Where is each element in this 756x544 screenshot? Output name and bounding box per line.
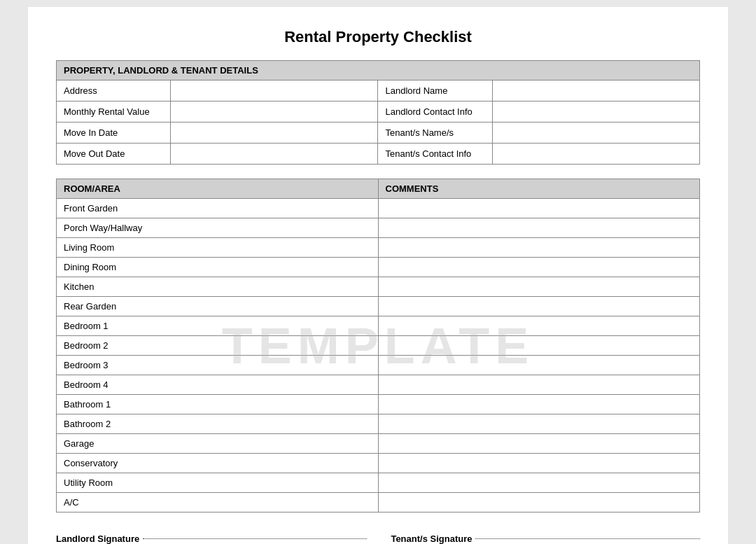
details-row: Monthly Rental ValueLandlord Contact Inf… [57, 102, 700, 123]
room-name: Front Garden [57, 199, 379, 218]
detail-left-value[interactable] [171, 144, 378, 165]
room-name: Bedroom 1 [57, 316, 379, 336]
detail-right-value[interactable] [492, 123, 699, 144]
room-row: Bathroom 2 [57, 414, 700, 434]
landlord-signature: Landlord Signature [56, 533, 365, 544]
page-title: Rental Property Checklist [56, 28, 700, 46]
room-row: Conservatory [57, 454, 700, 473]
detail-left-value[interactable] [171, 123, 378, 144]
room-comment[interactable] [378, 454, 700, 473]
room-comment[interactable] [378, 395, 700, 414]
details-header: PROPERTY, LANDLORD & TENANT DETAILS [57, 61, 700, 81]
room-row: Front Garden [57, 199, 700, 218]
room-name: Dining Room [57, 258, 379, 277]
room-name: Kitchen [57, 277, 379, 297]
detail-left-value[interactable] [171, 102, 378, 123]
room-comment[interactable] [378, 297, 700, 316]
room-header: ROOM/AREA [57, 179, 379, 199]
room-name: Porch Way/Hallway [57, 218, 379, 238]
room-table: ROOM/AREA COMMENTS Front GardenPorch Way… [56, 179, 700, 512]
room-row: Bathroom 1 [57, 395, 700, 414]
detail-right-value[interactable] [492, 102, 699, 123]
room-row: Living Room [57, 238, 700, 258]
room-name: Bathroom 1 [57, 395, 379, 414]
room-row: A/C [57, 493, 700, 512]
detail-left-label: Address [57, 81, 171, 102]
room-row: Utility Room [57, 473, 700, 493]
room-row: Garage [57, 434, 700, 454]
room-name: Garage [57, 434, 379, 454]
details-row: AddressLandlord Name [57, 81, 700, 102]
room-table-wrapper: TEMPLATE ROOM/AREA COMMENTS Front Garden… [56, 179, 700, 512]
room-name: Bathroom 2 [57, 414, 379, 434]
details-table: PROPERTY, LANDLORD & TENANT DETAILS Addr… [56, 60, 700, 165]
room-comment[interactable] [378, 375, 700, 395]
tenant-signature-line [475, 538, 700, 539]
room-comment[interactable] [378, 414, 700, 434]
room-name: Bedroom 2 [57, 336, 379, 356]
room-comment[interactable] [378, 434, 700, 454]
room-comment[interactable] [378, 316, 700, 336]
detail-left-value[interactable] [171, 81, 378, 102]
room-row: Kitchen [57, 277, 700, 297]
details-row: Move In DateTenant/s Name/s [57, 123, 700, 144]
details-row: Move Out DateTenant/s Contact Info [57, 144, 700, 165]
detail-right-label: Tenant/s Contact Info [378, 144, 492, 165]
room-comment[interactable] [378, 493, 700, 512]
page: Rental Property Checklist PROPERTY, LAND… [28, 7, 728, 544]
room-row: Bedroom 3 [57, 356, 700, 375]
room-row: Bedroom 1 [57, 316, 700, 336]
room-name: A/C [57, 493, 379, 512]
room-comment[interactable] [378, 473, 700, 493]
room-comment[interactable] [378, 336, 700, 356]
tenant-signature-label: Tenant/s Signature [391, 533, 472, 544]
room-comment[interactable] [378, 277, 700, 297]
room-name: Conservatory [57, 454, 379, 473]
signature-section: Landlord Signature Tenant/s Signature [56, 533, 700, 544]
room-row: Dining Room [57, 258, 700, 277]
room-name: Living Room [57, 238, 379, 258]
landlord-signature-line [143, 538, 367, 539]
detail-left-label: Move Out Date [57, 144, 171, 165]
detail-right-label: Landlord Contact Info [378, 102, 492, 123]
detail-left-label: Move In Date [57, 123, 171, 144]
detail-right-value[interactable] [492, 81, 699, 102]
room-name: Utility Room [57, 473, 379, 493]
room-comment[interactable] [378, 199, 700, 218]
room-comment[interactable] [378, 218, 700, 238]
comments-header: COMMENTS [378, 179, 700, 199]
landlord-signature-label: Landlord Signature [56, 533, 139, 544]
room-row: Rear Garden [57, 297, 700, 316]
detail-right-label: Landlord Name [378, 81, 492, 102]
detail-left-label: Monthly Rental Value [57, 102, 171, 123]
room-row: Porch Way/Hallway [57, 218, 700, 238]
room-comment[interactable] [378, 258, 700, 277]
room-row: Bedroom 4 [57, 375, 700, 395]
tenant-signature: Tenant/s Signature [391, 533, 700, 544]
room-comment[interactable] [378, 356, 700, 375]
room-row: Bedroom 2 [57, 336, 700, 356]
room-name: Bedroom 3 [57, 356, 379, 375]
detail-right-label: Tenant/s Name/s [378, 123, 492, 144]
room-comment[interactable] [378, 238, 700, 258]
detail-right-value[interactable] [492, 144, 699, 165]
room-name: Rear Garden [57, 297, 379, 316]
room-name: Bedroom 4 [57, 375, 379, 395]
